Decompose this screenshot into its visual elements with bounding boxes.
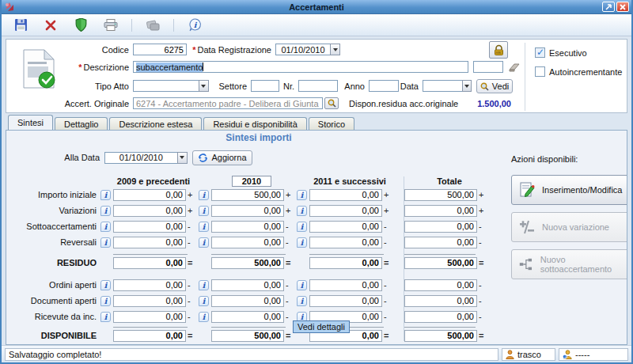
alla-data-combo[interactable]: 01/10/2010 — [104, 152, 188, 164]
info-icon[interactable]: i — [100, 237, 111, 248]
chevron-down-icon[interactable] — [199, 80, 209, 92]
chevron-down-icon[interactable] — [177, 152, 188, 164]
descrizione-extra-input[interactable] — [473, 61, 503, 73]
amount-field[interactable] — [404, 279, 477, 291]
column-header: 2011 e successivi — [301, 176, 399, 186]
info-icon[interactable]: i — [297, 206, 307, 216]
amount-field[interactable] — [113, 189, 186, 201]
save-icon[interactable] — [11, 17, 30, 34]
amount-field[interactable] — [211, 330, 284, 342]
info-icon[interactable]: i — [297, 190, 307, 200]
checkbox-box[interactable] — [535, 66, 545, 77]
amount-field[interactable] — [404, 189, 477, 201]
restore-icon[interactable] — [602, 2, 615, 12]
info-icon[interactable]: i — [100, 206, 111, 216]
amount-field[interactable] — [211, 295, 284, 307]
amount-field[interactable] — [404, 330, 477, 342]
descrizione-input[interactable]: subaccertamento — [133, 61, 468, 73]
info-icon[interactable]: i — [199, 190, 209, 200]
nr-input[interactable] — [298, 80, 338, 92]
amount-field[interactable] — [113, 295, 186, 307]
info-icon[interactable]: i — [100, 190, 111, 200]
info-icon[interactable]: i — [297, 280, 307, 290]
info-icon[interactable]: i — [297, 296, 307, 306]
lock-button[interactable]: ABC — [489, 41, 508, 59]
amount-field[interactable] — [113, 221, 186, 233]
section-title: Sintesi importi — [13, 132, 505, 145]
amount-field[interactable] — [404, 205, 477, 217]
accert-originale-input[interactable]: 6274 - Accertamento padre - Delibera di … — [133, 97, 323, 109]
tipo-atto-combo[interactable] — [133, 80, 209, 92]
amount-field[interactable] — [404, 221, 477, 233]
nuovo-sottoaccertamento-button[interactable]: Nuovo sottoaccertamento — [511, 249, 627, 279]
tab-descrizione-estesa[interactable]: Descrizione estesa — [109, 117, 202, 130]
amount-field[interactable] — [309, 279, 382, 291]
info-icon[interactable]: i — [297, 222, 307, 232]
amount-field[interactable] — [113, 237, 186, 248]
data-registrazione-combo[interactable]: 01/10/2010 — [275, 44, 340, 55]
operator-sign: + — [382, 206, 392, 215]
amount-field[interactable] — [309, 189, 382, 201]
info-icon[interactable]: i — [100, 280, 111, 290]
tab-residui-e-disponibilit-[interactable]: Residui e disponibilità — [203, 117, 306, 130]
print-icon[interactable] — [101, 17, 120, 34]
info-icon[interactable]: i — [199, 296, 209, 306]
amount-field[interactable] — [113, 330, 186, 342]
chevron-down-icon[interactable] — [330, 44, 340, 55]
operator-sign: + — [284, 190, 294, 199]
shield-icon[interactable] — [71, 17, 90, 34]
amount-field[interactable] — [211, 205, 284, 217]
info-icon[interactable]: i — [297, 237, 307, 248]
amount-field[interactable] — [113, 257, 186, 269]
tab-storico[interactable]: Storico — [309, 117, 354, 130]
statusbar: Salvataggio completato! trasco i ----- — [2, 345, 631, 362]
info-icon[interactable]: i — [100, 296, 111, 306]
delete-icon[interactable] — [41, 17, 60, 34]
amount-field[interactable] — [309, 257, 382, 269]
amount-field[interactable] — [211, 189, 284, 201]
amount-field[interactable] — [211, 311, 284, 323]
checkbox-esecutivo[interactable]: Esecutivo — [535, 47, 622, 58]
chevron-down-icon[interactable] — [462, 80, 472, 92]
checkbox-box[interactable] — [535, 47, 545, 58]
amount-field[interactable] — [404, 257, 477, 269]
info-icon[interactable]: i — [199, 280, 209, 290]
row-label: RESIDUO — [13, 258, 100, 267]
search-accert-button[interactable] — [324, 97, 339, 109]
amount-field[interactable] — [309, 295, 382, 307]
amount-field[interactable] — [113, 205, 186, 217]
aggiorna-button[interactable]: Aggiorna — [192, 150, 252, 165]
info-icon[interactable]: i — [185, 17, 204, 34]
amount-field[interactable] — [113, 311, 186, 323]
amount-field[interactable] — [211, 257, 284, 269]
amount-field[interactable] — [113, 279, 186, 291]
info-icon[interactable]: i — [100, 222, 111, 232]
amount-field[interactable] — [309, 237, 382, 248]
amount-field[interactable] — [211, 279, 284, 291]
info-icon[interactable]: i — [100, 312, 111, 322]
data-combo[interactable] — [423, 80, 472, 92]
tab-sintesi[interactable]: Sintesi — [8, 115, 53, 130]
amount-field[interactable] — [211, 237, 284, 248]
info-icon[interactable]: i — [199, 312, 209, 322]
inserimento-modifica-button[interactable]: Inserimento/Modifica — [511, 175, 627, 205]
info-icon[interactable]: i — [199, 237, 209, 248]
info-icon[interactable]: i — [199, 206, 209, 216]
tab-dettaglio[interactable]: Dettaglio — [55, 117, 108, 130]
close-icon[interactable] — [616, 2, 629, 12]
amount-field[interactable] — [211, 221, 284, 233]
operator-sign: - — [477, 296, 487, 305]
amount-field[interactable] — [309, 205, 382, 217]
amount-field[interactable] — [404, 295, 477, 307]
amount-field[interactable] — [404, 311, 477, 323]
anno-input[interactable] — [369, 80, 399, 92]
info-icon[interactable]: i — [199, 222, 209, 232]
checkbox-autoincrementante[interactable]: Autoincrementante — [535, 66, 622, 77]
amount-field[interactable] — [404, 237, 477, 248]
amount-field[interactable] — [309, 221, 382, 233]
nuova-variazione-button[interactable]: Nuova variazione — [511, 212, 627, 242]
codice-input[interactable] — [133, 44, 187, 55]
vedi-button[interactable]: Vedi — [476, 79, 513, 93]
table-row: Variazionii+i+i++ — [13, 203, 505, 218]
eraser-icon[interactable] — [508, 62, 521, 73]
